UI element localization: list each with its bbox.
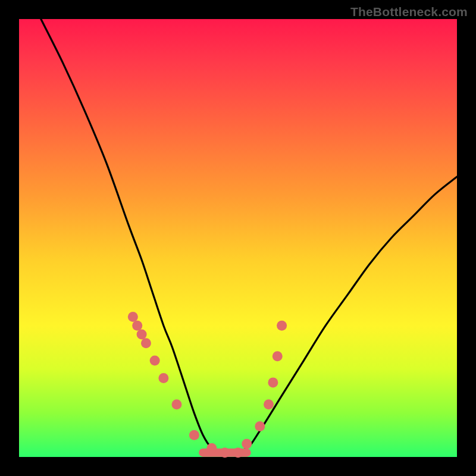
marker-dot <box>206 443 217 453</box>
marker-dot <box>137 329 147 339</box>
marker-dot <box>150 356 160 366</box>
marker-dot <box>268 377 278 387</box>
marker-dot <box>128 312 138 322</box>
marker-dot <box>132 321 142 331</box>
plot-area <box>19 19 457 457</box>
marker-dot <box>171 399 181 409</box>
marker-dots-group <box>128 312 287 458</box>
marker-dot <box>220 447 230 458</box>
marker-dot <box>273 351 283 361</box>
marker-dot <box>189 430 199 440</box>
marker-dot <box>233 447 243 458</box>
marker-dot <box>264 399 274 409</box>
marker-dot <box>242 439 252 449</box>
marker-dot <box>158 373 168 383</box>
outer-frame: TheBottleneck.com <box>0 0 476 476</box>
curve-svg <box>19 19 457 457</box>
watermark-text: TheBottleneck.com <box>350 5 468 19</box>
marker-dot <box>141 338 151 348</box>
bottleneck-curve-path <box>41 19 457 453</box>
marker-dot <box>255 421 265 431</box>
marker-dot <box>277 321 287 331</box>
